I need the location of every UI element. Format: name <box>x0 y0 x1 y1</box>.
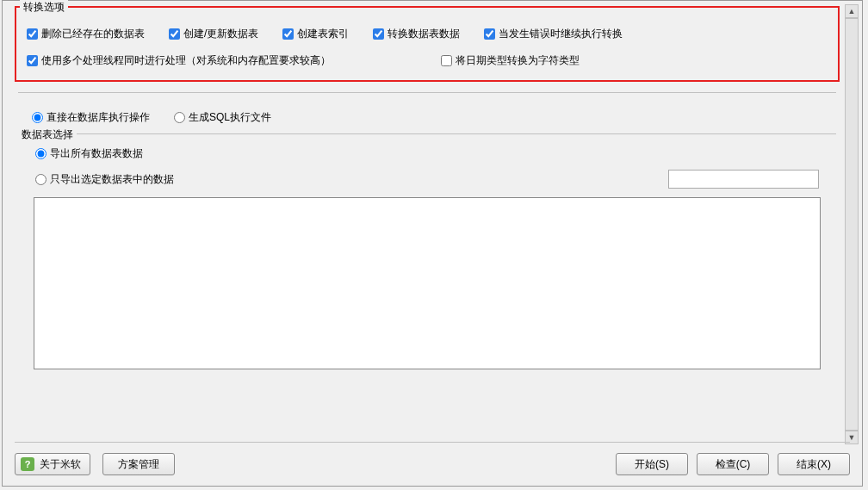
divider-1 <box>18 92 836 93</box>
end-button[interactable]: 结束(X) <box>778 453 850 475</box>
start-label: 开始(S) <box>635 457 669 472</box>
multi-thread-label: 使用多个处理线程同时进行处理（对系统和内存配置要求较高） <box>41 53 331 68</box>
export-all-radio[interactable]: 导出所有数据表数据 <box>35 146 819 161</box>
delete-existing-label: 删除已经存在的数据表 <box>41 27 145 41</box>
date-string-checkbox[interactable]: 将日期类型转换为字符类型 <box>441 53 580 68</box>
export-all-label: 导出所有数据表数据 <box>50 146 143 161</box>
date-string-label: 将日期类型转换为字符类型 <box>456 53 580 68</box>
bottom-bar: ? 关于米软 方案管理 开始(S) 检查(C) 结束(X) <box>15 442 850 475</box>
check-button[interactable]: 检查(C) <box>697 453 769 475</box>
export-selected-radio[interactable]: 只导出选定数据表中的数据 <box>35 172 174 187</box>
conversion-options-group: 转换选项 删除已经存在的数据表 创建/更新数据表 创建表索引 转换数据表数据 <box>15 6 840 82</box>
table-selection-group: 数据表选择 导出所有数据表数据 只导出选定数据表中的数据 <box>18 133 836 369</box>
conversion-options-legend: 转换选项 <box>20 0 68 15</box>
delete-existing-checkbox[interactable]: 删除已经存在的数据表 <box>27 27 145 41</box>
export-all-input[interactable] <box>35 148 46 159</box>
date-string-input[interactable] <box>441 55 452 66</box>
generate-sql-radio[interactable]: 生成SQL执行文件 <box>174 110 271 125</box>
scroll-up-button[interactable]: ▲ <box>845 4 859 18</box>
create-update-input[interactable] <box>169 28 180 40</box>
convert-data-label: 转换数据表数据 <box>388 27 460 41</box>
bottom-left: ? 关于米软 方案管理 <box>15 453 175 475</box>
create-index-input[interactable] <box>282 28 294 40</box>
content-area: 转换选项 删除已经存在的数据表 创建/更新数据表 创建表索引 转换数据表数据 <box>15 6 840 434</box>
checkbox-row-2: 使用多个处理线程同时进行处理（对系统和内存配置要求较高） 将日期类型转换为字符类… <box>27 53 828 68</box>
table-list-box[interactable] <box>34 197 821 369</box>
direct-exec-radio[interactable]: 直接在数据库执行操作 <box>32 110 150 125</box>
create-update-label: 创建/更新数据表 <box>183 27 258 41</box>
generate-sql-label: 生成SQL执行文件 <box>189 110 271 125</box>
continue-error-input[interactable] <box>484 28 495 40</box>
convert-data-checkbox[interactable]: 转换数据表数据 <box>373 27 460 41</box>
export-selected-input[interactable] <box>35 174 46 185</box>
generate-sql-input[interactable] <box>174 112 185 123</box>
help-icon: ? <box>21 457 34 471</box>
table-selection-legend: 数据表选择 <box>18 127 77 142</box>
main-window: 转换选项 删除已经存在的数据表 创建/更新数据表 创建表索引 转换数据表数据 <box>2 0 863 487</box>
table-select-radio-col: 导出所有数据表数据 只导出选定数据表中的数据 <box>18 140 836 189</box>
execution-mode-row: 直接在数据库执行操作 生成SQL执行文件 <box>15 102 840 133</box>
scheme-manage-label: 方案管理 <box>118 457 159 472</box>
create-index-checkbox[interactable]: 创建表索引 <box>282 27 349 41</box>
continue-error-label: 当发生错误时继续执行转换 <box>499 27 623 41</box>
bottom-right: 开始(S) 检查(C) 结束(X) <box>616 453 850 475</box>
export-selected-label: 只导出选定数据表中的数据 <box>50 172 174 187</box>
create-update-checkbox[interactable]: 创建/更新数据表 <box>169 27 258 41</box>
scrollbar[interactable]: ▲ ▼ <box>845 4 859 444</box>
about-button[interactable]: ? 关于米软 <box>15 453 90 475</box>
multi-thread-checkbox[interactable]: 使用多个处理线程同时进行处理（对系统和内存配置要求较高） <box>27 53 331 68</box>
multi-thread-input[interactable] <box>27 55 38 66</box>
table-filter-input[interactable] <box>668 170 819 189</box>
checkbox-row-1: 删除已经存在的数据表 创建/更新数据表 创建表索引 转换数据表数据 当发生错误时… <box>27 27 828 41</box>
export-selected-row: 只导出选定数据表中的数据 <box>35 170 819 189</box>
direct-exec-label: 直接在数据库执行操作 <box>46 110 150 125</box>
about-label: 关于米软 <box>40 457 81 472</box>
delete-existing-input[interactable] <box>27 28 38 40</box>
check-label: 检查(C) <box>716 457 751 472</box>
create-index-label: 创建表索引 <box>297 27 349 41</box>
continue-error-checkbox[interactable]: 当发生错误时继续执行转换 <box>484 27 623 41</box>
start-button[interactable]: 开始(S) <box>616 453 688 475</box>
direct-exec-input[interactable] <box>32 112 43 123</box>
convert-data-input[interactable] <box>373 28 384 40</box>
scheme-manage-button[interactable]: 方案管理 <box>102 453 175 475</box>
scroll-thumb[interactable] <box>845 18 859 431</box>
end-label: 结束(X) <box>797 457 831 472</box>
